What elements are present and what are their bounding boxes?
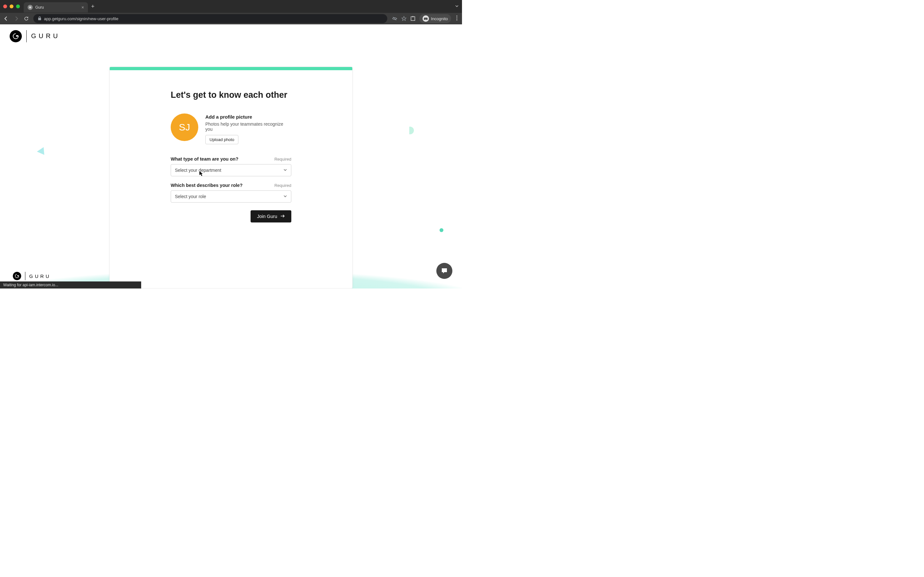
window-close-button[interactable] bbox=[3, 5, 7, 8]
onboarding-card: Let's get to know each other SJ Add a pr… bbox=[110, 67, 352, 288]
role-select[interactable]: Select your role bbox=[171, 190, 291, 203]
decorative-triangle-icon bbox=[37, 147, 44, 155]
lock-icon bbox=[38, 16, 41, 21]
logo-mark-icon bbox=[10, 30, 22, 42]
browser-menu-icon[interactable] bbox=[455, 15, 459, 22]
logo-divider bbox=[26, 30, 27, 42]
arrow-right-icon bbox=[280, 214, 285, 219]
window-controls bbox=[3, 5, 20, 8]
eye-off-icon[interactable] bbox=[392, 16, 397, 21]
department-placeholder: Select your department bbox=[175, 168, 221, 173]
role-field-required: Required bbox=[274, 183, 291, 188]
back-button[interactable] bbox=[3, 16, 9, 21]
address-bar[interactable]: app.getguru.com/signin/new-user-profile bbox=[33, 14, 387, 23]
incognito-icon bbox=[423, 15, 429, 22]
brand-name: GURU bbox=[31, 32, 60, 40]
tab-close-icon[interactable]: × bbox=[81, 5, 84, 10]
tab-list-dropdown-icon[interactable] bbox=[455, 3, 459, 9]
submit-label: Join Guru bbox=[257, 214, 277, 219]
chevron-down-icon bbox=[283, 194, 287, 199]
extensions-icon[interactable] bbox=[410, 16, 415, 21]
tab-favicon-icon bbox=[27, 5, 33, 10]
svg-rect-2 bbox=[38, 18, 41, 20]
url-text: app.getguru.com/signin/new-user-profile bbox=[44, 16, 118, 21]
app-header: GURU bbox=[0, 24, 462, 48]
team-field-required: Required bbox=[274, 157, 291, 161]
team-field-label: What type of team are you on? bbox=[171, 156, 238, 161]
decorative-moon-icon bbox=[406, 127, 414, 134]
window-maximize-button[interactable] bbox=[16, 5, 20, 8]
upload-photo-button[interactable]: Upload photo bbox=[205, 135, 238, 144]
incognito-badge[interactable]: Incognito bbox=[419, 14, 451, 23]
window-minimize-button[interactable] bbox=[10, 5, 13, 8]
incognito-label: Incognito bbox=[431, 16, 448, 21]
forward-button[interactable] bbox=[13, 16, 19, 21]
progress-bar bbox=[110, 67, 352, 70]
profile-picture-heading: Add a profile picture bbox=[205, 114, 291, 119]
decorative-dot-icon bbox=[439, 228, 443, 232]
svg-point-7 bbox=[457, 16, 457, 17]
chat-widget-button[interactable] bbox=[436, 263, 452, 279]
join-guru-button[interactable]: Join Guru bbox=[250, 210, 291, 222]
svg-point-8 bbox=[457, 18, 457, 19]
status-bar: Waiting for api-iam.intercom.io... bbox=[0, 282, 141, 288]
department-select[interactable]: Select your department bbox=[171, 164, 291, 176]
browser-tab[interactable]: Guru × bbox=[24, 2, 88, 13]
chat-icon bbox=[441, 267, 448, 275]
bookmark-star-icon[interactable] bbox=[401, 16, 407, 21]
reload-button[interactable] bbox=[24, 16, 29, 21]
svg-rect-4 bbox=[413, 16, 413, 17]
avatar: SJ bbox=[171, 113, 198, 141]
svg-point-9 bbox=[457, 19, 457, 21]
tab-title: Guru bbox=[35, 5, 44, 10]
brand-logo[interactable]: GURU bbox=[10, 30, 60, 42]
footer-brand-name: GURU bbox=[29, 274, 51, 279]
browser-toolbar: app.getguru.com/signin/new-user-profile … bbox=[0, 13, 462, 24]
new-tab-button[interactable]: + bbox=[91, 3, 95, 10]
role-placeholder: Select your role bbox=[175, 194, 206, 199]
footer-brand-logo[interactable]: GURU bbox=[13, 272, 51, 280]
svg-point-1 bbox=[29, 6, 31, 8]
profile-picture-subtext: Photos help your teammates recognize you bbox=[205, 121, 291, 132]
browser-tab-strip: Guru × + bbox=[0, 0, 462, 13]
page-title: Let's get to know each other bbox=[171, 90, 291, 100]
chevron-down-icon bbox=[283, 168, 287, 173]
role-field-label: Which best describes your role? bbox=[171, 183, 242, 188]
page-content: Let's get to know each other SJ Add a pr… bbox=[0, 48, 462, 288]
logo-mark-icon bbox=[13, 272, 21, 280]
